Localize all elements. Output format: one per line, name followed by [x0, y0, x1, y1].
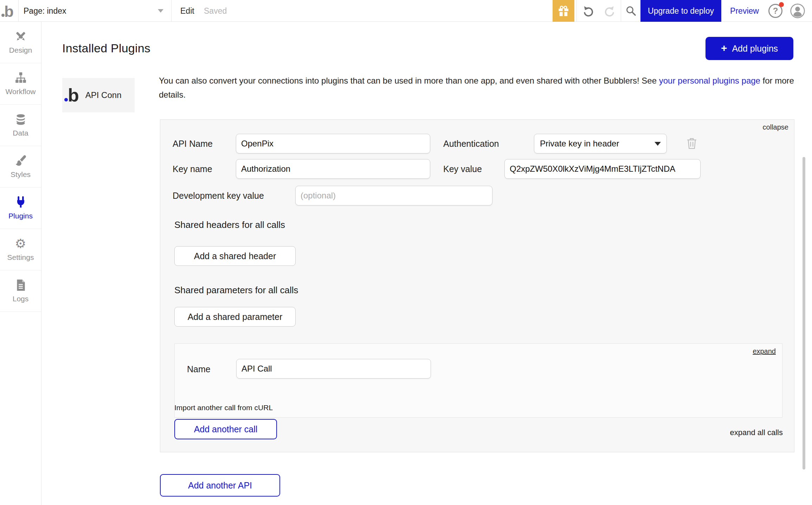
page-selector-label: Page: index	[24, 6, 66, 16]
add-shared-parameter-button[interactable]: Add a shared parameter	[174, 307, 296, 327]
bubble-logo-icon: b	[4, 3, 18, 19]
api-name-label: API Name	[173, 139, 213, 149]
bubble-editor-window: b Page: index Edit Saved	[0, 0, 812, 505]
topbar-divider	[171, 0, 172, 22]
shared-headers-title: Shared headers for all calls	[174, 219, 285, 230]
undo-button[interactable]	[579, 0, 598, 22]
topbar-divider	[621, 0, 621, 22]
sidebar-item-data[interactable]: Data	[0, 105, 41, 146]
page-title: Installed Plugins	[62, 41, 150, 55]
add-another-call-button[interactable]: Add another call	[174, 419, 277, 439]
sidebar-item-label: Settings	[7, 253, 34, 262]
delete-api-button[interactable]	[687, 137, 697, 151]
key-name-input[interactable]	[236, 159, 430, 179]
import-curl-link[interactable]: Import another call from cURL	[174, 404, 273, 412]
chevron-down-icon	[655, 142, 661, 146]
styles-icon	[15, 155, 27, 167]
sidebar-item-label: Logs	[13, 295, 29, 303]
add-shared-header-button[interactable]: Add a shared header	[174, 246, 296, 266]
development-key-label: Development key value	[173, 191, 264, 201]
add-plugins-button[interactable]: + Add plugins	[705, 37, 793, 60]
vertical-scrollbar[interactable]	[803, 157, 805, 470]
authentication-value: Private key in header	[540, 139, 619, 149]
saved-status: Saved	[204, 0, 227, 22]
shared-parameters-title: Shared parameters for all calls	[174, 285, 298, 296]
top-bar: b Page: index Edit Saved	[0, 0, 812, 22]
preview-link[interactable]: Preview	[725, 0, 764, 22]
collapse-link[interactable]: collapse	[763, 123, 788, 131]
api-connector-panel: collapse API Name Authentication Private…	[160, 119, 794, 452]
gift-icon	[558, 5, 569, 17]
bubble-plugin-icon: b	[68, 86, 79, 104]
redo-button[interactable]	[600, 0, 619, 22]
upgrade-to-deploy-button[interactable]: Upgrade to deploy	[640, 0, 721, 22]
workflow-icon	[15, 72, 27, 84]
sidebar-item-label: Data	[13, 129, 28, 137]
key-value-input[interactable]	[504, 159, 701, 179]
sidebar-item-label: Design	[9, 46, 32, 54]
undo-icon	[582, 5, 594, 17]
personal-plugins-page-link[interactable]: your personal plugins page	[659, 76, 760, 85]
user-icon	[790, 4, 805, 18]
add-plugins-label: Add plugins	[732, 44, 778, 54]
sidebar-item-label: Workflow	[6, 87, 36, 96]
sidebar-item-settings[interactable]: ⚙ Settings	[0, 229, 41, 270]
plugin-name: API Conn	[85, 90, 122, 100]
api-name-input[interactable]	[236, 134, 430, 153]
plus-icon: +	[721, 42, 727, 54]
help-question-glyph: ?	[773, 6, 778, 16]
sidebar-item-label: Plugins	[8, 212, 33, 220]
topbar-divider	[576, 0, 577, 22]
key-name-label: Key name	[173, 164, 212, 174]
description-text: You can also convert your connections in…	[159, 76, 659, 85]
plugins-description: You can also convert your connections in…	[159, 74, 795, 102]
data-icon	[15, 113, 27, 125]
installed-plugin-item[interactable]: b API Conn	[62, 78, 135, 112]
search-icon	[625, 5, 637, 17]
call-name-label: Name	[187, 364, 211, 374]
sidebar-item-label: Styles	[11, 170, 31, 179]
sidebar-item-plugins[interactable]: Plugins	[0, 188, 41, 229]
expand-all-calls-link[interactable]: expand all calls	[730, 428, 783, 437]
sidebar-item-workflow[interactable]: Workflow	[0, 63, 41, 105]
redo-icon	[604, 5, 616, 17]
gift-button[interactable]	[553, 0, 574, 22]
search-button[interactable]	[621, 0, 640, 22]
development-key-input[interactable]	[295, 186, 492, 205]
call-name-input[interactable]	[236, 359, 431, 379]
sidebar-item-design[interactable]: Design	[0, 22, 41, 63]
sidebar-item-styles[interactable]: Styles	[0, 146, 41, 188]
add-another-api-button[interactable]: Add another API	[160, 474, 280, 497]
plug-icon	[15, 196, 26, 208]
expand-link[interactable]: expand	[753, 347, 776, 355]
logs-icon	[15, 279, 26, 291]
authentication-label: Authentication	[443, 139, 499, 149]
key-value-label: Key value	[443, 164, 482, 174]
chevron-down-icon	[158, 9, 163, 13]
sidebar-item-logs[interactable]: Logs	[0, 270, 41, 312]
notification-dot	[779, 2, 784, 7]
authentication-select[interactable]: Private key in header	[534, 134, 667, 153]
trash-icon	[687, 137, 697, 149]
page-selector-dropdown[interactable]: Page: index	[19, 0, 171, 22]
gear-icon: ⚙	[15, 238, 26, 250]
edit-menu[interactable]: Edit	[180, 0, 194, 22]
design-icon	[15, 31, 27, 42]
left-sidebar: Design Workflow Data	[0, 22, 41, 505]
avatar[interactable]	[790, 4, 805, 18]
